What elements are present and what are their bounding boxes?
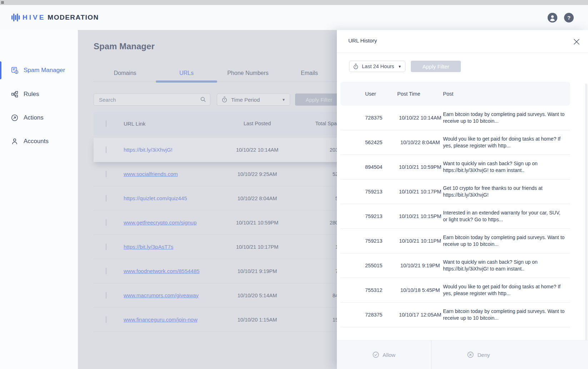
row-checkbox[interactable] <box>106 219 106 226</box>
user-cell: 759213 <box>365 238 397 244</box>
post-time-cell: 10/10/22 10:14AM <box>397 115 443 121</box>
row-checkbox[interactable] <box>106 316 106 323</box>
page-title: Spam Manager <box>94 41 155 51</box>
url-link[interactable]: https://quizlet.com/quiz445 <box>124 195 187 201</box>
time-period-select[interactable]: Time Period ▼ <box>217 93 290 106</box>
post-time-cell: 10/10/18 5:45PM <box>397 287 443 293</box>
last-posted-cell: 10/10/21 10:17PM <box>213 244 302 250</box>
url-link[interactable]: https://bit.ly/3iXhvjG! <box>124 147 173 153</box>
sidebar-item-label: Rules <box>24 91 39 98</box>
select-all-checkbox[interactable] <box>106 120 106 127</box>
url-link[interactable]: www.getfreecrypto.com/signup <box>124 219 196 226</box>
total-spam-cell: 152 <box>302 317 341 323</box>
x-circle-icon <box>467 352 474 358</box>
sidebar-item-rules[interactable]: Rules <box>0 85 78 103</box>
search-icon <box>200 96 206 102</box>
sidebar-item-actions[interactable]: Actions <box>0 109 78 127</box>
row-checkbox[interactable] <box>106 171 106 177</box>
deny-button[interactable]: Deny <box>432 340 526 369</box>
url-link[interactable]: https://bit.ly/3pAsT7s <box>124 244 173 250</box>
allow-label: Allow <box>383 352 395 358</box>
post-cell: Earn bitcoin today by completing paid su… <box>443 229 570 253</box>
post-cell: Want to quickly win cash back? Sign up o… <box>443 254 570 277</box>
table-row[interactable]: https://quizlet.com/quiz445 10/10/22 8:0… <box>94 186 341 211</box>
row-checkbox[interactable] <box>106 243 106 250</box>
table-row[interactable]: www.financeguru.com/join-now 10/10/20 1:… <box>94 308 341 332</box>
spam-manager-icon <box>11 66 19 74</box>
tab-urls[interactable]: URLs <box>156 64 217 82</box>
column-post-time: Post Time <box>397 91 443 97</box>
help-icon[interactable]: ? <box>564 13 574 22</box>
url-link[interactable]: www.financeguru.com/join-now <box>124 317 198 323</box>
panel-scrollbar[interactable] <box>585 84 587 358</box>
history-row: 755312 10/10/18 5:45PM Would you like to… <box>340 278 570 303</box>
row-checkbox[interactable] <box>106 268 106 274</box>
column-post: Post <box>443 91 570 97</box>
chevron-down-icon: ▼ <box>398 65 402 69</box>
sidebar-item-spam-manager[interactable]: Spam Manager <box>0 61 78 79</box>
table-row[interactable]: www.socialfriends.com 10/10/22 9:25AM 52… <box>94 162 341 186</box>
table-row[interactable]: www.foodnetwork.com/8554485 10/10/21 9:1… <box>94 259 341 283</box>
user-cell: 728375 <box>365 312 397 318</box>
history-table-header: User Post Time Post <box>340 82 570 106</box>
table-row[interactable]: https://bit.ly/3pAsT7s 10/10/21 10:17PM … <box>94 235 341 259</box>
user-avatar-icon[interactable] <box>548 13 557 22</box>
allow-button[interactable]: Allow <box>337 340 431 369</box>
tab-phone-numbers[interactable]: Phone Numbers <box>217 64 279 82</box>
accounts-icon <box>11 137 19 145</box>
last-posted-cell: 10/10/22 8:04AM <box>213 196 302 201</box>
history-time-select[interactable]: Last 24 Hours ▼ <box>349 61 405 72</box>
table-row[interactable]: www.macrumors.com/giveaway 10/10/20 5:14… <box>94 283 341 308</box>
user-cell: 894504 <box>365 164 397 170</box>
close-icon[interactable] <box>573 39 580 45</box>
last-posted-cell: 10/10/20 1:15AM <box>213 317 302 323</box>
url-link[interactable]: www.macrumors.com/giveaway <box>124 292 199 298</box>
table-row[interactable]: https://bit.ly/3iXhvjG! 10/10/22 10:14AM… <box>94 138 341 162</box>
post-time-cell: 10/10/17 12:05AM <box>397 312 443 318</box>
panel-title: URL History <box>348 37 377 44</box>
sidebar-item-label: Actions <box>24 114 44 121</box>
total-spam-cell: 845 <box>302 293 341 298</box>
sidebar: Spam Manager Rules Actions Ac <box>0 30 78 369</box>
apply-filter-button[interactable]: Apply Filter <box>295 93 343 106</box>
sidebar-item-label: Accounts <box>24 138 49 145</box>
post-cell: Interested in an extended warranty for y… <box>443 204 570 228</box>
total-spam-cell: 2800 <box>302 220 341 226</box>
total-spam-cell: 2030 <box>302 147 341 153</box>
last-posted-cell: 10/10/22 9:25AM <box>213 171 302 177</box>
brand-suffix: MODERATION <box>48 14 99 21</box>
post-time-cell: 10/10/21 10:59PM <box>397 164 443 170</box>
tab-domains[interactable]: Domains <box>94 64 156 82</box>
url-link[interactable]: www.socialfriends.com <box>124 171 178 177</box>
row-checkbox[interactable] <box>106 292 106 299</box>
brand-logo: HIVE MODERATION <box>11 5 99 30</box>
post-cell: Get 10 crypto for free thanks to our fri… <box>443 180 570 203</box>
app-window: HIVE MODERATION ? S <box>0 0 588 369</box>
history-apply-filter-button[interactable]: Apply Filter <box>411 61 461 72</box>
user-cell: 755312 <box>365 287 397 293</box>
search-input[interactable] <box>94 93 210 106</box>
history-row: 894504 10/10/21 10:59PM Want to quickly … <box>340 155 570 180</box>
last-posted-cell: 10/10/22 10:14AM <box>213 147 302 153</box>
user-cell: 562425 <box>365 140 397 145</box>
post-time-cell: 10/10/21 10:17PM <box>397 189 443 194</box>
history-row: 759213 10/10/21 10:15PM Interested in an… <box>340 204 570 229</box>
tab-emails[interactable]: Emails <box>279 64 340 82</box>
row-checkbox[interactable] <box>106 195 106 202</box>
column-user: User <box>365 91 397 97</box>
history-row: 562425 10/10/22 8:04AM Would you like to… <box>340 130 570 155</box>
row-checkbox[interactable] <box>106 146 106 153</box>
post-time-cell: 10/10/21 10:11PM <box>397 238 443 244</box>
search-box <box>94 93 210 106</box>
tab-bar: Domains URLs Phone Numbers Emails <box>94 64 340 82</box>
table-row[interactable]: www.getfreecrypto.com/signup 10/10/21 10… <box>94 211 341 235</box>
url-link[interactable]: www.foodnetwork.com/8554485 <box>124 268 200 274</box>
column-last-posted: Last Posted <box>213 121 302 126</box>
sidebar-item-accounts[interactable]: Accounts <box>0 132 78 150</box>
top-bar: HIVE MODERATION ? <box>0 5 588 30</box>
history-time-value: Last 24 Hours <box>362 64 398 69</box>
last-posted-cell: 10/10/21 10:59PM <box>213 220 302 226</box>
post-time-cell: 10/10/22 8:04AM <box>397 140 443 145</box>
column-url-link: URL Link <box>124 121 213 127</box>
total-spam-cell: 10 <box>302 244 341 250</box>
